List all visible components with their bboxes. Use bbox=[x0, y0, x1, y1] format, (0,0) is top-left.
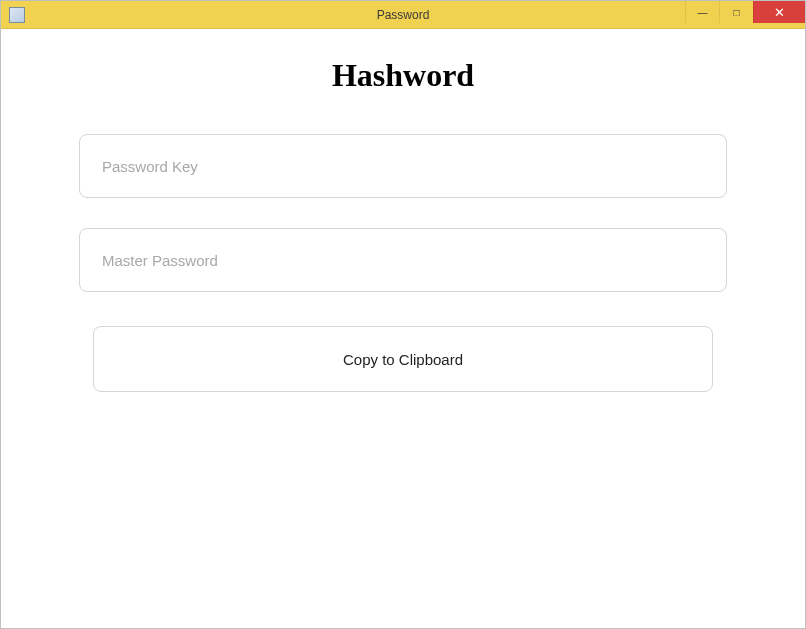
app-icon bbox=[9, 7, 25, 23]
copy-to-clipboard-button[interactable]: Copy to Clipboard bbox=[93, 326, 713, 392]
content-area: Hashword Copy to Clipboard bbox=[1, 29, 805, 628]
minimize-button[interactable]: — bbox=[685, 1, 719, 23]
form-container: Copy to Clipboard bbox=[79, 134, 727, 392]
window-titlebar: Password — □ ✕ bbox=[1, 1, 805, 29]
close-button[interactable]: ✕ bbox=[753, 1, 805, 23]
window-title: Password bbox=[377, 8, 430, 22]
app-title: Hashword bbox=[1, 57, 805, 94]
maximize-button[interactable]: □ bbox=[719, 1, 753, 23]
window-controls: — □ ✕ bbox=[685, 1, 805, 23]
password-key-input[interactable] bbox=[79, 134, 727, 198]
master-password-input[interactable] bbox=[79, 228, 727, 292]
